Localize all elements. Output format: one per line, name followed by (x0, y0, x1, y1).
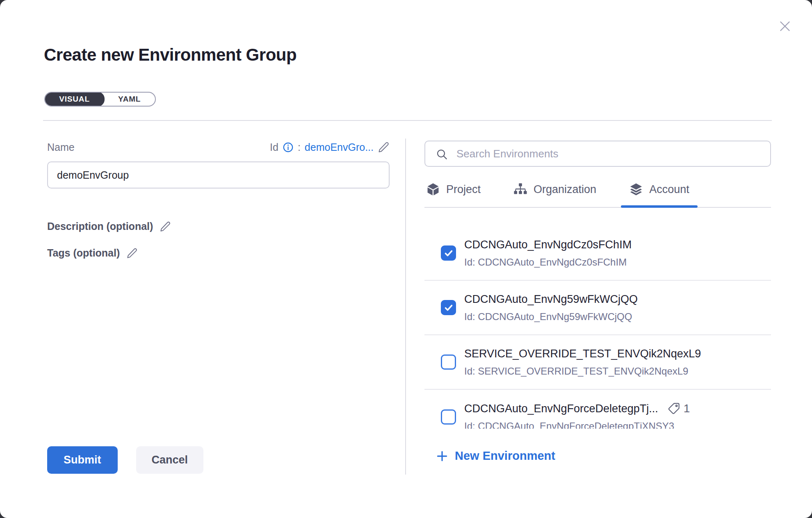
env-name: CDCNGAuto_EnvNg59wFkWCjQQ (464, 293, 638, 306)
org-chart-icon (513, 182, 527, 196)
env-name: SERVICE_OVERRIDE_TEST_ENVQik2NqexL9 (464, 348, 701, 360)
name-label: Name (47, 141, 75, 153)
env-row[interactable]: CDCNGAuto_EnvNgForceDeletegpTj... 1 Id: … (424, 390, 771, 429)
env-row[interactable]: CDCNGAuto_EnvNgdCz0sFChIM Id: CDCNGAuto_… (424, 226, 771, 281)
env-row[interactable]: CDCNGAuto_EnvNg59wFkWCjQQ Id: CDCNGAuto_… (424, 281, 771, 335)
search-box (424, 141, 771, 167)
edit-tags-icon[interactable] (126, 248, 138, 259)
tab-organization[interactable]: Organization (513, 181, 597, 207)
page-title: Create new Environment Group (44, 45, 297, 65)
id-value: demoEnvGro... (305, 141, 374, 153)
env-checkbox[interactable] (441, 354, 456, 370)
env-id: Id: CDCNGAuto_EnvNg59wFkWCjQQ (464, 311, 638, 323)
submit-button[interactable]: Submit (47, 446, 118, 474)
tab-project-label: Project (446, 183, 481, 196)
tag-badge: 1 (667, 402, 690, 415)
create-env-group-modal: Create new Environment Group VISUAL YAML… (0, 0, 812, 518)
env-checkbox[interactable] (441, 409, 456, 425)
info-icon[interactable] (283, 142, 294, 153)
close-icon[interactable] (777, 18, 793, 34)
tags-label: Tags (optional) (47, 247, 120, 259)
form-section: Name Id : demoEnvGro... (47, 140, 390, 259)
search-icon (436, 148, 448, 161)
env-name: CDCNGAuto_EnvNgdCz0sFChIM (464, 239, 632, 251)
layers-icon (629, 182, 643, 196)
id-row: Id : demoEnvGro... (270, 141, 390, 153)
env-id: Id: CDCNGAuto_EnvNgdCz0sFChIM (464, 257, 632, 268)
tab-visual[interactable]: VISUAL (44, 92, 105, 107)
scope-tabs: Project Organization (424, 181, 771, 208)
description-label: Description (optional) (47, 220, 153, 232)
cube-icon (426, 182, 440, 196)
panel-divider (405, 139, 406, 475)
name-input[interactable] (47, 161, 390, 189)
environment-picker: Project Organization (424, 141, 771, 463)
tab-project[interactable]: Project (425, 181, 481, 207)
edit-id-icon[interactable] (378, 141, 390, 153)
env-id: Id: SERVICE_OVERRIDE_TEST_ENVQik2NqexL9 (464, 366, 701, 377)
env-checkbox[interactable] (441, 245, 456, 261)
id-label: Id (270, 141, 278, 153)
check-icon (444, 248, 454, 258)
form-actions: Submit Cancel (47, 446, 203, 474)
env-row[interactable]: SERVICE_OVERRIDE_TEST_ENVQik2NqexL9 Id: … (424, 335, 771, 390)
env-id: Id: CDCNGAuto_EnvNgForceDeletegpTjXNSY3 (464, 420, 690, 429)
environment-list: CDCNGAuto_EnvNgdCz0sFChIM Id: CDCNGAuto_… (424, 208, 771, 429)
env-checkbox[interactable] (441, 300, 456, 315)
tab-account-label: Account (649, 183, 689, 196)
new-environment-label: New Environment (455, 449, 555, 463)
plus-icon (436, 450, 448, 462)
search-input[interactable] (425, 141, 770, 166)
visual-yaml-toggle: VISUAL YAML (44, 92, 156, 107)
header-divider (43, 120, 772, 121)
tab-yaml[interactable]: YAML (104, 93, 155, 106)
cancel-button[interactable]: Cancel (136, 446, 204, 474)
id-separator: : (298, 141, 301, 153)
edit-description-icon[interactable] (160, 221, 171, 232)
new-environment-button[interactable]: New Environment (436, 449, 555, 463)
tab-organization-label: Organization (534, 183, 596, 196)
tag-count: 1 (684, 402, 690, 415)
env-name: CDCNGAuto_EnvNgForceDeletegpTj... (464, 402, 658, 415)
tag-icon (667, 402, 680, 415)
tab-account[interactable]: Account (628, 181, 690, 207)
check-icon (444, 303, 454, 313)
